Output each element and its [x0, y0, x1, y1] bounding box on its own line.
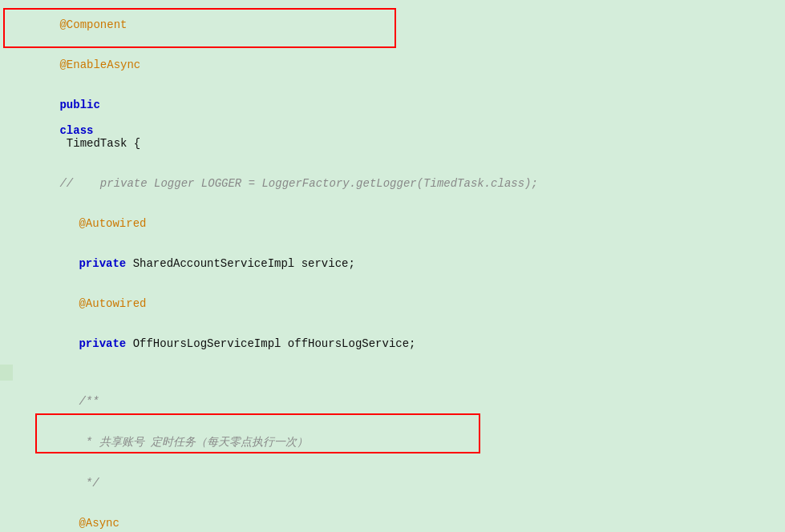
normal-span: TimedTask { — [59, 137, 140, 150]
keyword-span: public — [59, 99, 99, 111]
code-line: /** — [0, 381, 785, 421]
keyword-span: private — [79, 257, 126, 270]
comment-span: */ — [79, 477, 99, 490]
line-content: */ — [13, 464, 785, 502]
line-content: public class TimedTask { — [13, 86, 785, 163]
code-line: */ — [0, 463, 785, 503]
line-content: // private Logger LOGGER = LoggerFactory… — [13, 164, 785, 203]
code-line: // private Logger LOGGER = LoggerFactory… — [0, 163, 785, 204]
indent-span — [59, 436, 79, 449]
line-content: @Autowired — [13, 284, 785, 323]
comment-span: // private Logger LOGGER = LoggerFactory… — [59, 177, 538, 190]
line-content: private SharedAccountServiceImpl service… — [13, 244, 785, 283]
line-content: @Component — [13, 6, 785, 44]
indent-span — [59, 217, 79, 230]
code-line: public class TimedTask { — [0, 85, 785, 163]
indent-span — [59, 395, 79, 408]
keyword-span: private — [79, 337, 126, 350]
indent-span — [59, 517, 79, 530]
indent-span — [59, 257, 79, 270]
code-editor: @Component @EnableAsync public class Tim… — [0, 5, 785, 532]
line-content — [13, 366, 785, 379]
line-gutter — [0, 365, 13, 381]
annotation-span: @Autowired — [79, 297, 146, 310]
line-content: private OffHoursLogServiceImpl offHoursL… — [13, 324, 785, 363]
code-line: @Async — [0, 503, 785, 532]
annotation-span: @Component — [59, 18, 127, 31]
code-line: @Component — [0, 5, 785, 45]
annotation-span: @Async — [79, 517, 119, 530]
annotation-span: @EnableAsync — [59, 58, 140, 71]
code-line: @Autowired — [0, 284, 785, 324]
normal-span: OffHoursLogServiceImpl offHoursLogServic… — [126, 337, 415, 350]
line-content: @Async — [13, 504, 785, 532]
indent-span — [59, 477, 79, 490]
comment-span: * 共享账号 定时任务（每天零点执行一次） — [79, 436, 308, 449]
keyword-span: class — [59, 124, 93, 137]
comment-span: /** — [79, 395, 99, 408]
line-content: @EnableAsync — [13, 46, 785, 84]
code-line — [0, 364, 785, 381]
line-content: @Autowired — [13, 204, 785, 243]
line-content: * 共享账号 定时任务（每天零点执行一次） — [13, 422, 785, 462]
code-line: @EnableAsync — [0, 45, 785, 85]
line-content: /** — [13, 382, 785, 421]
annotation-span: @Autowired — [79, 217, 146, 230]
code-line: @Autowired — [0, 204, 785, 244]
code-line: private OffHoursLogServiceImpl offHoursL… — [0, 324, 785, 364]
indent-span — [59, 337, 79, 350]
normal-span — [59, 111, 66, 124]
indent-span — [59, 297, 79, 310]
code-line: * 共享账号 定时任务（每天零点执行一次） — [0, 421, 785, 463]
code-line: private SharedAccountServiceImpl service… — [0, 244, 785, 284]
normal-span: SharedAccountServiceImpl service; — [126, 257, 355, 270]
